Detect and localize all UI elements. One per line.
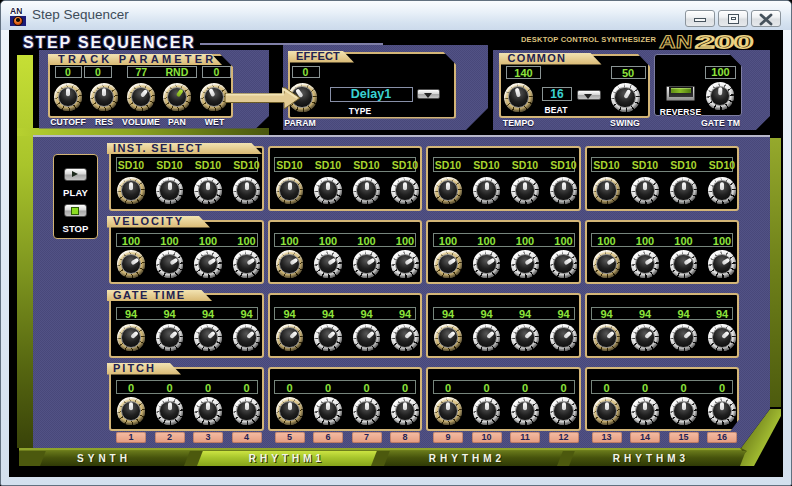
svg-text:200: 200 [695, 32, 755, 50]
svg-text:AN: AN [659, 32, 693, 50]
